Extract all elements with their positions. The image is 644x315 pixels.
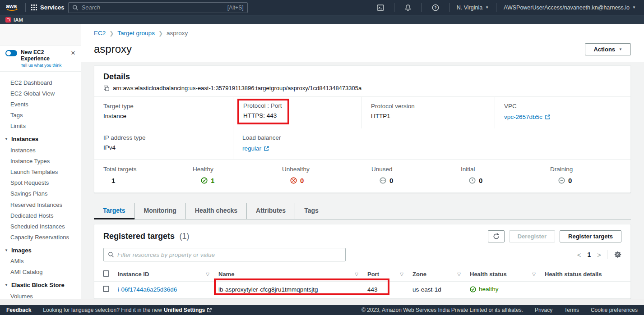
favorite-iam-link[interactable]: IAM [5,17,23,23]
tab-targets[interactable]: Targets [94,203,135,219]
sidebar-item-scheduled-instances[interactable]: Scheduled Instances [0,221,81,232]
banner-feedback-link[interactable]: Tell us what you think [21,63,66,68]
chevron-down-icon: ▼ [5,283,8,287]
registered-targets-title: Registered targets [103,232,175,241]
clock-circle-icon [469,177,476,184]
account-menu[interactable]: AWSPowerUserAccess/navaneeth.kn@harness.… [502,5,638,11]
sidebar-section-instances[interactable]: ▼ Instances [0,132,81,145]
horizontal-scrollbar[interactable] [0,299,644,305]
cloudshell-icon[interactable] [372,4,389,11]
sidebar-item-instances[interactable]: Instances [0,145,81,155]
previous-page-icon[interactable]: < [577,251,581,259]
top-navigation-bar: aws Services [Alt+S] [0,0,644,15]
sidebar-item-tags[interactable]: Tags [0,110,81,121]
target-name-cell: lb-asproxytyler-cfcg8jru1tmmqpntsjtg [214,282,363,298]
next-page-icon[interactable]: > [597,251,601,259]
search-input[interactable] [82,4,227,11]
targets-table: Instance ID▽ Name▽ Port▽ Zone▽ Health st… [94,267,630,298]
sidebar-item-volumes[interactable]: Volumes [0,291,81,299]
sort-icon[interactable]: ▽ [532,272,536,277]
check-circle-icon [201,177,208,184]
breadcrumb-separator: ❯ [158,30,163,37]
breadcrumb-current: asproxy [167,30,188,37]
vpc-link[interactable]: vpc-2657db5c [504,114,551,120]
sidebar-item-spot-requests[interactable]: Spot Requests [0,178,81,188]
chevron-down-icon: ▼ [632,5,636,9]
svg-text:?: ? [434,5,437,10]
sort-icon[interactable]: ▽ [457,272,461,277]
deregister-button[interactable]: Deregister [509,230,555,242]
filter-input[interactable] [117,251,341,258]
search-shortcut-hint: [Alt+S] [227,5,244,11]
refresh-button[interactable] [488,230,505,242]
sidebar-item-ec2-dashboard[interactable]: EC2 Dashboard [0,77,81,88]
sort-icon[interactable]: ▽ [206,272,209,277]
actions-button[interactable]: Actions ▼ [585,43,631,55]
sidebar-item-instance-types[interactable]: Instance Types [0,155,81,166]
sidebar-item-reserved-instances[interactable]: Reserved Instances [0,199,81,210]
col-instance-id: Instance ID [118,271,149,278]
account-label: AWSPowerUserAccess/navaneeth.kn@harness.… [504,5,630,11]
col-health-status-details: Health status details [545,271,602,278]
target-group-arn: arn:aws:elasticloadbalancing:us-east-1:3… [113,85,361,91]
new-experience-toggle[interactable] [5,50,17,56]
total-targets: Total targets 1 [94,160,184,190]
sidebar-item-launch-templates[interactable]: Launch Templates [0,166,81,177]
chevron-down-icon: ▼ [5,248,8,252]
terms-link[interactable]: Terms [564,307,579,313]
tab-tags[interactable]: Tags [295,203,328,219]
cookie-preferences-link[interactable]: Cookie preferences [591,307,638,313]
pagination: < 1 > [577,250,621,259]
table-header-row: Instance ID▽ Name▽ Port▽ Zone▽ Health st… [94,267,630,282]
feedback-button[interactable]: Feedback [6,307,31,313]
sort-icon[interactable]: ▽ [355,272,358,277]
external-link-icon [264,146,269,151]
sidebar-section-ebs[interactable]: ▼ Elastic Block Store [0,278,81,291]
filter-resources-box[interactable] [103,248,346,261]
instance-id-link[interactable]: i-06f1744a6a25d36d6 [118,286,177,293]
sidebar-top-gap [0,24,81,45]
check-circle-icon [470,286,476,292]
sidebar-item-ec2-global-view[interactable]: EC2 Global View [0,88,81,99]
breadcrumb-ec2[interactable]: EC2 [94,30,106,37]
col-name: Name [218,271,234,278]
favorite-label: IAM [14,17,23,23]
tab-health-checks[interactable]: Health checks [186,203,247,219]
unified-settings-link[interactable]: Unified Settings [164,307,205,313]
services-menu-button[interactable]: Services [31,4,65,11]
region-selector[interactable]: N. Virginia ▼ [455,5,491,11]
tab-monitoring[interactable]: Monitoring [135,203,186,219]
grid-icon [31,5,37,10]
close-icon[interactable]: × [70,49,76,57]
search-icon [108,251,114,258]
sidebar-item-capacity-reservations[interactable]: Capacity Reservations [0,232,81,243]
tab-attributes[interactable]: Attributes [247,203,295,219]
minus-circle-icon [558,177,565,184]
sidebar-item-limits[interactable]: Limits [0,121,81,132]
divider [422,3,422,12]
healthy-count: Healthy 1 [184,160,273,190]
services-label: Services [40,4,65,11]
sidebar-item-ami-catalog[interactable]: AMI Catalog [0,267,81,278]
row-checkbox[interactable] [103,286,109,292]
privacy-link[interactable]: Privacy [535,307,552,313]
load-balancer-link[interactable]: regular [242,145,269,152]
sidebar-item-amis[interactable]: AMIs [0,256,81,267]
register-targets-button[interactable]: Register targets [560,230,621,242]
sidebar-item-events[interactable]: Events [0,99,81,110]
breadcrumb-target-groups[interactable]: Target groups [117,30,155,37]
col-health-status: Health status [470,271,507,278]
sidebar-item-dedicated-hosts[interactable]: Dedicated Hosts [0,210,81,221]
global-search[interactable]: [Alt+S] [68,2,248,13]
preferences-gear-icon[interactable] [614,251,621,258]
sidebar-item-savings-plans[interactable]: Savings Plans [0,188,81,199]
notifications-bell-icon[interactable] [400,4,416,11]
sidebar-section-images[interactable]: ▼ Images [0,243,81,256]
select-all-checkbox[interactable] [103,270,109,277]
col-zone: Zone [412,271,426,278]
x-circle-icon [290,177,297,184]
sort-icon[interactable]: ▽ [400,272,403,277]
help-icon[interactable]: ? [427,4,444,11]
aws-logo[interactable]: aws [5,3,20,12]
copy-icon[interactable] [103,85,110,91]
